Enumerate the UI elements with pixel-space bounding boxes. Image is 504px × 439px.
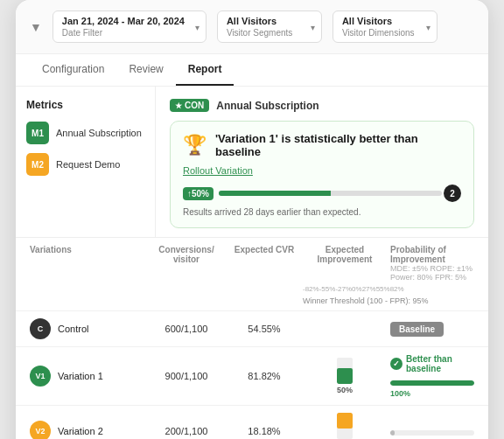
th-expected-improvement: Expected Improvement [303, 245, 387, 282]
progress-circle: 2 [444, 185, 461, 202]
prob-meta: MDE: ±5% ROPE: ±1% Power: 80% FPR: 5% [390, 264, 474, 282]
sidebar: Metrics M1 Annual Subscription M2 Reques… [16, 87, 156, 237]
td-prob-v2 [390, 427, 474, 436]
td-cvr-control: 54.55% [229, 324, 299, 334]
prob-bar-v2 [390, 430, 395, 436]
date-filter-label: Jan 21, 2024 - Mar 20, 2024 [62, 16, 185, 26]
trophy-icon: 🏆 [183, 134, 206, 157]
main-content: Metrics M1 Annual Subscription M2 Reques… [16, 87, 488, 237]
date-filter-sublabel: Date Filter [62, 28, 185, 38]
progress-fill [219, 191, 330, 196]
exp-bar-wrap-v2: -67% [303, 413, 387, 439]
var-circle-v1: V1 [30, 366, 51, 387]
exp-bar-container-v1 [337, 358, 353, 384]
exp-bar-v1 [337, 368, 353, 384]
exp-bar-v2 [337, 413, 353, 429]
metric-label-m2: Request Demo [56, 159, 120, 170]
visitor-segments-label: All Visitors [227, 16, 300, 26]
variation-cell-v2: V2 Variation 2 [30, 421, 144, 439]
visitor-segments-btn[interactable]: All Visitors Visitor Segments [217, 10, 322, 43]
td-exp-v2: -67% [303, 413, 387, 439]
var-name-v1: Variation 1 [58, 371, 103, 381]
scale-row: -82% -55% -27% 0% 27% 55% 82% [16, 285, 488, 295]
var-name-control: Control [58, 324, 88, 334]
rollout-link[interactable]: Rollout Variation [183, 165, 461, 176]
result-box: 🏆 'Variation 1' is statistically better … [170, 121, 474, 228]
td-cvr-v2: 18.18% [229, 426, 299, 436]
var-name-v2: Variation 2 [58, 426, 103, 436]
result-title: 'Variation 1' is statistically better th… [215, 132, 461, 158]
th-conversions: Conversions/ visitor [147, 245, 226, 282]
td-conversions-v2: 200/1,100 [147, 426, 226, 436]
th-expected-cvr: Expected CVR [229, 245, 299, 282]
td-prob-v1: Better than baseline 100% [390, 354, 474, 398]
td-cvr-v1: 81.82% [229, 371, 299, 381]
baseline-badge: Baseline [390, 322, 444, 337]
scale-labels: -82% -55% -27% 0% 27% 55% 82% [303, 285, 404, 293]
right-panel: CON Annual Subscription 🏆 'Variation 1' … [156, 87, 488, 237]
date-filter-btn[interactable]: Jan 21, 2024 - Mar 20, 2024 Date Filter [52, 10, 206, 43]
td-conversions-v1: 900/1,100 [147, 371, 226, 381]
td-exp-v1: 50% [303, 358, 387, 394]
panel-header: CON Annual Subscription [170, 99, 474, 112]
prob-pct-v1: 100% [390, 389, 474, 398]
exp-bar-wrap-v1: 50% [303, 358, 387, 394]
result-note: Results arrived 28 days earlier than exp… [183, 207, 461, 217]
progress-container: ↑50% 2 [183, 185, 461, 202]
exp-label-v1: 50% [337, 386, 353, 394]
metric-item-1: M1 Annual Subscription [26, 122, 144, 144]
tab-configuration[interactable]: Configuration [30, 54, 116, 86]
metric-label-m1: Annual Subscription [56, 128, 142, 138]
prob-cell-v1: Better than baseline 100% [390, 354, 474, 398]
table-row: C Control 600/1,100 54.55% Baseline [16, 310, 488, 346]
td-prob-control: Baseline [390, 322, 474, 337]
variation-cell-control: C Control [30, 318, 144, 339]
progress-chip: ↑50% [183, 187, 214, 200]
visitor-dimensions-label: All Visitors [342, 16, 416, 26]
prob-bar-v1 [390, 380, 474, 386]
metric-item-2: M2 Request Demo [26, 153, 144, 176]
exp-bar-container-v2 [337, 413, 353, 439]
visitor-dimensions-sublabel: Visitor Dimensions [342, 28, 416, 38]
th-probability: Probability of Improvement MDE: ±5% ROPE… [390, 245, 474, 282]
main-card: ▼ Jan 21, 2024 - Mar 20, 2024 Date Filte… [16, 0, 488, 439]
metric-badge-m2: M2 [26, 153, 49, 176]
prob-bar-container-v1 [390, 380, 474, 386]
visitor-segments-dropdown[interactable]: All Visitors Visitor Segments [217, 10, 322, 43]
visitor-segments-sublabel: Visitor Segments [227, 28, 300, 38]
td-conversions-control: 600/1,100 [147, 324, 226, 334]
top-bar: ▼ Jan 21, 2024 - Mar 20, 2024 Date Filte… [16, 0, 488, 54]
table-row: V2 Variation 2 200/1,100 18.18% -67% [16, 405, 488, 439]
date-filter-dropdown[interactable]: Jan 21, 2024 - Mar 20, 2024 Date Filter [52, 10, 206, 43]
prob-cell-v2 [390, 427, 474, 436]
table-header: Variations Conversions/ visitor Expected… [16, 238, 488, 285]
tabs-row: Configuration Review Report [16, 54, 488, 87]
variation-cell-v1: V1 Variation 1 [30, 366, 144, 387]
metrics-title: Metrics [26, 99, 144, 111]
con-badge-label: CON [185, 101, 204, 110]
winner-row: Winner Threshold (100 - FPR): 95% [16, 295, 488, 310]
visitor-dimensions-btn[interactable]: All Visitors Visitor Dimensions [332, 10, 438, 43]
visitor-dimensions-dropdown[interactable]: All Visitors Visitor Dimensions [332, 10, 438, 43]
table-section: Variations Conversions/ visitor Expected… [16, 237, 488, 439]
subscription-label: Annual Subscription [216, 100, 318, 112]
prob-bar-container-v2 [390, 430, 474, 436]
progress-track [219, 191, 442, 196]
th-variations: Variations [30, 245, 144, 282]
var-circle-c: C [30, 318, 51, 339]
better-badge-v1: Better than baseline [390, 354, 474, 373]
tab-review[interactable]: Review [116, 54, 175, 86]
table-row: V1 Variation 1 900/1,100 81.82% 50% Bett… [16, 346, 488, 405]
con-badge: CON [170, 99, 209, 112]
filter-icon[interactable]: ▼ [30, 20, 42, 34]
winner-threshold: Winner Threshold (100 - FPR): 95% [303, 296, 474, 305]
result-header: 🏆 'Variation 1' is statistically better … [183, 132, 461, 158]
metric-badge-m1: M1 [26, 122, 49, 144]
var-circle-v2: V2 [30, 421, 51, 439]
tab-report[interactable]: Report [176, 54, 234, 86]
